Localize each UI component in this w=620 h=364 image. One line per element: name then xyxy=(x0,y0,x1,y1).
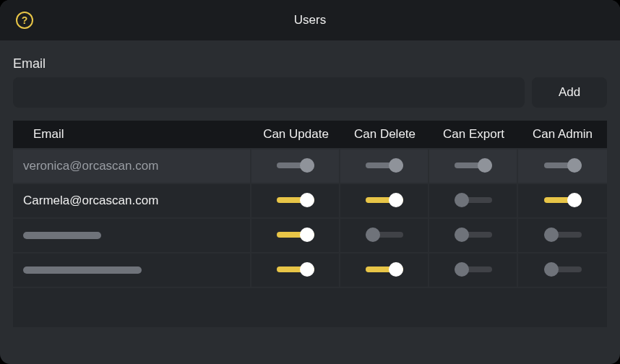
header-can-admin: Can Admin xyxy=(518,121,607,148)
cell-can-update xyxy=(251,252,340,287)
cell-can-admin xyxy=(518,252,607,287)
table-header-row: Email Can Update Can Delete Can Export C… xyxy=(13,121,607,148)
permission-toggle xyxy=(544,158,582,173)
header-can-export: Can Export xyxy=(429,121,518,148)
permission-toggle[interactable] xyxy=(366,228,403,242)
email-input[interactable] xyxy=(13,77,525,108)
permission-toggle[interactable] xyxy=(455,262,492,277)
cell-can-export xyxy=(429,148,518,183)
cell-can-delete xyxy=(340,148,429,183)
permission-toggle[interactable] xyxy=(455,193,492,207)
permission-toggle xyxy=(366,158,403,173)
header-can-delete: Can Delete xyxy=(340,121,429,148)
cell-can-update xyxy=(251,183,340,217)
page-title: Users xyxy=(0,13,620,27)
permission-toggle[interactable] xyxy=(544,262,582,277)
cell-can-export xyxy=(429,217,518,252)
table-row xyxy=(13,217,607,252)
add-user-button[interactable]: Add xyxy=(532,77,607,108)
permission-toggle[interactable] xyxy=(544,228,582,242)
header-can-update: Can Update xyxy=(251,121,340,148)
cell-can-delete xyxy=(340,252,429,287)
cell-can-delete xyxy=(340,217,429,252)
permission-toggle xyxy=(277,158,314,173)
redacted-email-placeholder xyxy=(23,266,142,274)
permission-toggle[interactable] xyxy=(455,228,492,242)
cell-can-update xyxy=(251,217,340,252)
cell-email: Carmela@orcascan.com xyxy=(13,183,251,217)
table-row: veronica@orcascan.com xyxy=(13,148,607,183)
add-user-row: Add xyxy=(13,77,607,108)
cell-can-delete xyxy=(340,183,429,217)
users-window: ? Users Email Add Email Can Update Can D… xyxy=(0,0,620,364)
cell-can-admin xyxy=(518,183,607,217)
permission-toggle[interactable] xyxy=(277,262,314,277)
users-table: Email Can Update Can Delete Can Export C… xyxy=(13,121,607,327)
email-field-label: Email xyxy=(13,56,607,72)
permission-toggle xyxy=(455,158,492,173)
cell-email xyxy=(13,252,251,287)
cell-can-update xyxy=(251,148,340,183)
cell-email: veronica@orcascan.com xyxy=(13,148,251,183)
permission-toggle[interactable] xyxy=(277,228,314,242)
permission-toggle[interactable] xyxy=(366,193,403,207)
cell-email xyxy=(13,217,251,252)
cell-can-export xyxy=(429,183,518,217)
table-row xyxy=(13,252,607,287)
cell-can-admin xyxy=(518,148,607,183)
table-row: Carmela@orcascan.com xyxy=(13,183,607,217)
cell-can-export xyxy=(429,252,518,287)
content: Email Add Email Can Update Can Delete Ca… xyxy=(0,40,620,327)
header-email: Email xyxy=(13,121,251,148)
cell-can-admin xyxy=(518,217,607,252)
permission-toggle[interactable] xyxy=(277,193,314,207)
titlebar: ? Users xyxy=(0,0,620,40)
permission-toggle[interactable] xyxy=(366,262,403,277)
redacted-email-placeholder xyxy=(23,232,101,239)
help-icon[interactable]: ? xyxy=(16,12,33,29)
permission-toggle[interactable] xyxy=(544,193,582,207)
table-row-empty xyxy=(13,287,607,327)
